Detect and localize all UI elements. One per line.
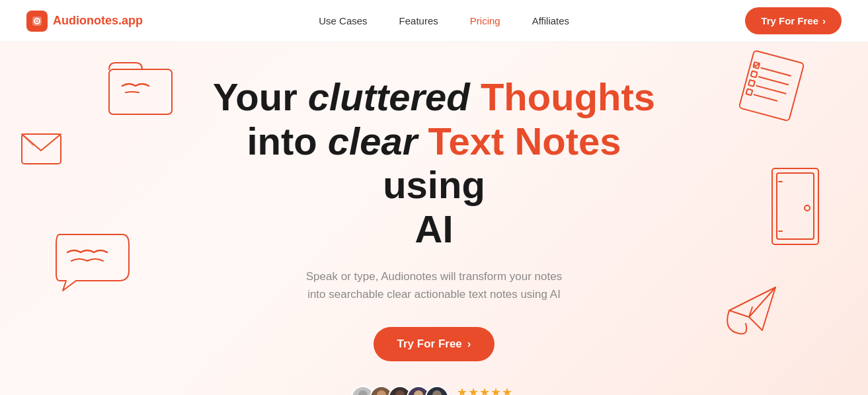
svg-point-2: [36, 20, 38, 22]
svg-point-28: [432, 390, 442, 395]
avatar-5: [425, 386, 449, 395]
nav-try-free-button[interactable]: Try For Free ›: [745, 7, 842, 34]
nav-use-cases[interactable]: Use Cases: [319, 15, 367, 26]
svg-point-24: [395, 390, 405, 395]
nav-links: Use Cases Features Pricing Affiliates: [319, 15, 569, 27]
hero-subtitle: Speak or type, Audionotes will transform…: [306, 268, 562, 303]
avatars-group: [351, 386, 449, 395]
svg-point-26: [414, 390, 423, 395]
nav-pricing[interactable]: Pricing: [470, 15, 500, 26]
svg-point-20: [358, 390, 368, 395]
logo-icon: [26, 11, 48, 32]
stars: ★★★★★: [457, 385, 513, 395]
reviews-section: ★★★★★ from 66 reviews: [351, 385, 518, 395]
nav-features[interactable]: Features: [399, 15, 438, 26]
hero-section: Your cluttered Thoughts into clear Text …: [0, 42, 868, 395]
navbar: Audionotes.app Use Cases Features Pricin…: [0, 0, 868, 42]
review-info: ★★★★★ from 66 reviews: [457, 385, 518, 395]
logo-text: Audionotes.app: [53, 14, 143, 28]
hero-try-free-button[interactable]: Try For Free ›: [374, 327, 495, 361]
svg-point-22: [377, 390, 386, 395]
hero-title: Your cluttered Thoughts into clear Text …: [203, 75, 666, 252]
nav-affiliates[interactable]: Affiliates: [532, 15, 569, 26]
logo[interactable]: Audionotes.app: [26, 11, 143, 32]
